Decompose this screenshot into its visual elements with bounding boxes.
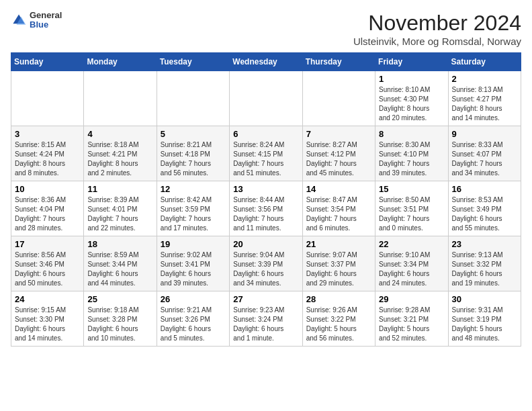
calendar-cell: 27Sunrise: 9:23 AM Sunset: 3:24 PM Dayli… [230, 291, 302, 347]
calendar-cell: 18Sunrise: 8:59 AM Sunset: 3:44 PM Dayli… [84, 236, 157, 291]
calendar-cell: 23Sunrise: 9:13 AM Sunset: 3:32 PM Dayli… [448, 236, 521, 291]
day-number: 21 [306, 239, 371, 249]
day-number: 1 [379, 74, 444, 84]
day-number: 14 [306, 184, 371, 194]
weekday-header: Saturday [448, 53, 521, 71]
day-number: 22 [379, 239, 444, 249]
calendar-cell: 25Sunrise: 9:18 AM Sunset: 3:28 PM Dayli… [84, 291, 157, 347]
calendar-cell: 29Sunrise: 9:28 AM Sunset: 3:21 PM Dayli… [375, 291, 448, 347]
day-number: 5 [161, 129, 226, 139]
day-number: 8 [379, 129, 444, 139]
day-number: 16 [452, 184, 517, 194]
day-info: Sunrise: 8:36 AM Sunset: 4:04 PM Dayligh… [15, 195, 80, 233]
day-info: Sunrise: 9:07 AM Sunset: 3:37 PM Dayligh… [306, 250, 371, 288]
day-info: Sunrise: 9:10 AM Sunset: 3:34 PM Dayligh… [379, 250, 444, 288]
day-info: Sunrise: 8:53 AM Sunset: 3:49 PM Dayligh… [452, 195, 517, 233]
calendar-cell [230, 71, 302, 126]
day-number: 2 [452, 74, 517, 84]
day-number: 29 [379, 294, 444, 304]
day-number: 30 [452, 294, 517, 304]
day-info: Sunrise: 9:13 AM Sunset: 3:32 PM Dayligh… [452, 250, 517, 288]
calendar-cell: 19Sunrise: 9:02 AM Sunset: 3:41 PM Dayli… [157, 236, 229, 291]
day-number: 15 [379, 184, 444, 194]
calendar-cell [157, 71, 229, 126]
calendar-cell: 5Sunrise: 8:21 AM Sunset: 4:18 PM Daylig… [157, 126, 229, 181]
day-info: Sunrise: 8:18 AM Sunset: 4:21 PM Dayligh… [87, 140, 152, 178]
calendar-cell: 9Sunrise: 8:33 AM Sunset: 4:07 PM Daylig… [448, 126, 521, 181]
calendar-cell: 4Sunrise: 8:18 AM Sunset: 4:21 PM Daylig… [84, 126, 157, 181]
calendar-cell: 14Sunrise: 8:47 AM Sunset: 3:54 PM Dayli… [302, 181, 375, 236]
calendar-cell: 1Sunrise: 8:10 AM Sunset: 4:30 PM Daylig… [375, 71, 448, 126]
day-number: 12 [161, 184, 226, 194]
calendar-table: SundayMondayTuesdayWednesdayThursdayFrid… [11, 52, 521, 347]
day-info: Sunrise: 8:39 AM Sunset: 4:01 PM Dayligh… [87, 195, 152, 233]
day-number: 26 [161, 294, 226, 304]
day-number: 19 [161, 239, 226, 249]
calendar-cell: 17Sunrise: 8:56 AM Sunset: 3:46 PM Dayli… [11, 236, 84, 291]
calendar-cell: 16Sunrise: 8:53 AM Sunset: 3:49 PM Dayli… [448, 181, 521, 236]
day-number: 13 [233, 184, 298, 194]
day-info: Sunrise: 9:02 AM Sunset: 3:41 PM Dayligh… [161, 250, 226, 288]
calendar-week-row: 24Sunrise: 9:15 AM Sunset: 3:30 PM Dayli… [11, 291, 521, 347]
day-number: 18 [87, 239, 152, 249]
day-info: Sunrise: 9:18 AM Sunset: 3:28 PM Dayligh… [87, 306, 152, 343]
calendar-cell: 10Sunrise: 8:36 AM Sunset: 4:04 PM Dayli… [11, 181, 84, 236]
day-info: Sunrise: 9:04 AM Sunset: 3:39 PM Dayligh… [233, 250, 298, 288]
day-number: 11 [87, 184, 152, 194]
day-info: Sunrise: 8:42 AM Sunset: 3:59 PM Dayligh… [161, 195, 226, 233]
calendar-cell [302, 71, 375, 126]
weekday-header: Wednesday [230, 53, 302, 71]
weekday-header: Sunday [11, 53, 84, 71]
page-header: General Blue November 2024 Ulsteinvik, M… [11, 11, 521, 47]
calendar-cell: 21Sunrise: 9:07 AM Sunset: 3:37 PM Dayli… [302, 236, 375, 291]
calendar-week-row: 3Sunrise: 8:15 AM Sunset: 4:24 PM Daylig… [11, 126, 521, 181]
day-number: 27 [233, 294, 298, 304]
day-number: 4 [87, 129, 152, 139]
day-info: Sunrise: 9:28 AM Sunset: 3:21 PM Dayligh… [379, 306, 444, 343]
day-info: Sunrise: 8:21 AM Sunset: 4:18 PM Dayligh… [161, 140, 226, 178]
day-info: Sunrise: 8:15 AM Sunset: 4:24 PM Dayligh… [15, 140, 80, 178]
calendar-cell [84, 71, 157, 126]
calendar-cell: 22Sunrise: 9:10 AM Sunset: 3:34 PM Dayli… [375, 236, 448, 291]
calendar-week-row: 1Sunrise: 8:10 AM Sunset: 4:30 PM Daylig… [11, 71, 521, 126]
weekday-header: Tuesday [157, 53, 229, 71]
day-info: Sunrise: 8:27 AM Sunset: 4:12 PM Dayligh… [306, 140, 371, 178]
calendar-cell: 8Sunrise: 8:30 AM Sunset: 4:10 PM Daylig… [375, 126, 448, 181]
day-info: Sunrise: 8:10 AM Sunset: 4:30 PM Dayligh… [379, 85, 444, 123]
logo: General Blue [11, 11, 62, 30]
logo-icon [11, 12, 27, 28]
day-number: 3 [15, 129, 80, 139]
day-info: Sunrise: 9:23 AM Sunset: 3:24 PM Dayligh… [233, 306, 298, 343]
day-info: Sunrise: 8:50 AM Sunset: 3:51 PM Dayligh… [379, 195, 444, 233]
calendar-cell [11, 71, 84, 126]
calendar-cell: 11Sunrise: 8:39 AM Sunset: 4:01 PM Dayli… [84, 181, 157, 236]
day-info: Sunrise: 9:31 AM Sunset: 3:19 PM Dayligh… [452, 306, 517, 343]
day-number: 9 [452, 129, 517, 139]
calendar-cell: 13Sunrise: 8:44 AM Sunset: 3:56 PM Dayli… [230, 181, 302, 236]
weekday-header: Monday [84, 53, 157, 71]
day-number: 6 [233, 129, 298, 139]
calendar-cell: 30Sunrise: 9:31 AM Sunset: 3:19 PM Dayli… [448, 291, 521, 347]
location: Ulsteinvik, More og Romsdal, Norway [353, 36, 521, 47]
day-info: Sunrise: 8:33 AM Sunset: 4:07 PM Dayligh… [452, 140, 517, 178]
day-number: 7 [306, 129, 371, 139]
calendar-cell: 3Sunrise: 8:15 AM Sunset: 4:24 PM Daylig… [11, 126, 84, 181]
calendar-week-row: 10Sunrise: 8:36 AM Sunset: 4:04 PM Dayli… [11, 181, 521, 236]
weekday-header: Thursday [302, 53, 375, 71]
calendar-cell: 7Sunrise: 8:27 AM Sunset: 4:12 PM Daylig… [302, 126, 375, 181]
day-number: 17 [15, 239, 80, 249]
logo-text: General Blue [30, 11, 62, 30]
calendar-cell: 20Sunrise: 9:04 AM Sunset: 3:39 PM Dayli… [230, 236, 302, 291]
day-number: 23 [452, 239, 517, 249]
day-number: 28 [306, 294, 371, 304]
day-info: Sunrise: 8:44 AM Sunset: 3:56 PM Dayligh… [233, 195, 298, 233]
day-number: 25 [87, 294, 152, 304]
day-info: Sunrise: 8:13 AM Sunset: 4:27 PM Dayligh… [452, 85, 517, 123]
weekday-header: Friday [375, 53, 448, 71]
day-number: 10 [15, 184, 80, 194]
calendar-header-row: SundayMondayTuesdayWednesdayThursdayFrid… [11, 53, 521, 71]
day-number: 20 [233, 239, 298, 249]
day-info: Sunrise: 9:26 AM Sunset: 3:22 PM Dayligh… [306, 306, 371, 343]
calendar-cell: 24Sunrise: 9:15 AM Sunset: 3:30 PM Dayli… [11, 291, 84, 347]
calendar-cell: 15Sunrise: 8:50 AM Sunset: 3:51 PM Dayli… [375, 181, 448, 236]
